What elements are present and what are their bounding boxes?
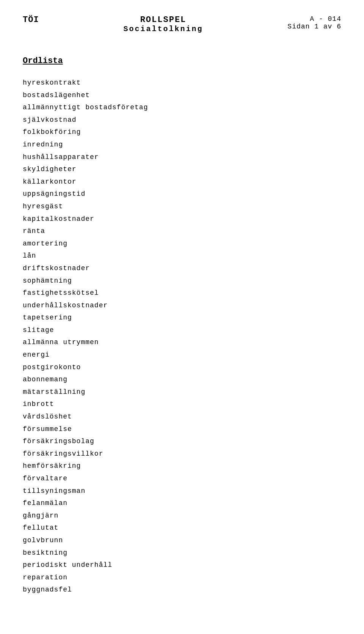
list-item: sophämtning	[23, 275, 341, 287]
list-item: vårdslöshet	[23, 411, 341, 423]
list-item: hushållsapparater	[23, 151, 341, 163]
list-item: driftskostnader	[23, 263, 341, 274]
list-item: slitage	[23, 324, 341, 336]
header-center: ROLLSPEL Socialtolkning	[123, 15, 203, 33]
list-item: försäkringsvillkor	[23, 448, 341, 460]
list-item: hyresgäst	[23, 201, 341, 212]
list-item: golvbrunn	[23, 535, 341, 546]
list-item: tapetsering	[23, 312, 341, 324]
list-item: mätarställning	[23, 386, 341, 398]
list-item: byggnadsfel	[23, 584, 341, 596]
organization-label: TÖI	[23, 15, 39, 25]
list-item: gångjärn	[23, 510, 341, 522]
list-item: postgirokonto	[23, 362, 341, 373]
list-item: skyldigheter	[23, 164, 341, 175]
list-item: uppsägningstid	[23, 188, 341, 200]
document-subtitle: Socialtolkning	[123, 25, 203, 33]
document-id: A - 014	[287, 15, 341, 23]
list-item: lån	[23, 250, 341, 262]
list-item: allmänna utrymmen	[23, 337, 341, 348]
list-item: besiktning	[23, 547, 341, 559]
list-item: ränta	[23, 225, 341, 237]
list-item: inredning	[23, 139, 341, 151]
document-title: ROLLSPEL	[123, 15, 203, 25]
page-header: TÖI ROLLSPEL Socialtolkning A - 014 Sida…	[23, 15, 341, 33]
list-item: fastighetsskötsel	[23, 287, 341, 299]
section-title: Ordlista	[23, 56, 341, 66]
list-item: bostadslägenhet	[23, 90, 341, 101]
header-right: A - 014 Sidan 1 av 6	[287, 15, 341, 30]
list-item: försummelse	[23, 423, 341, 435]
main-content: Ordlista hyreskontraktbostadslägenhetall…	[23, 56, 341, 596]
header-left: TÖI	[23, 15, 39, 25]
list-item: hemförsäkring	[23, 460, 341, 472]
word-list: hyreskontraktbostadslägenhetallmännyttig…	[23, 77, 341, 596]
list-item: självkostnad	[23, 114, 341, 126]
list-item: hyreskontrakt	[23, 77, 341, 89]
list-item: amortering	[23, 238, 341, 250]
list-item: inbrott	[23, 398, 341, 410]
list-item: tillsyningsman	[23, 485, 341, 497]
list-item: energi	[23, 349, 341, 361]
list-item: kapitalkostnader	[23, 213, 341, 225]
list-item: fellutat	[23, 522, 341, 534]
list-item: underhållskostnader	[23, 300, 341, 311]
list-item: reparation	[23, 572, 341, 584]
list-item: periodiskt underhåll	[23, 559, 341, 571]
list-item: källarkontor	[23, 176, 341, 188]
list-item: försäkringsbolag	[23, 436, 341, 447]
page-number: Sidan 1 av 6	[287, 23, 341, 30]
list-item: allmännyttigt bostadsföretag	[23, 102, 341, 113]
list-item: abonnemang	[23, 374, 341, 385]
list-item: felanmälan	[23, 497, 341, 509]
list-item: folkbokföring	[23, 126, 341, 138]
list-item: förvaltare	[23, 473, 341, 485]
